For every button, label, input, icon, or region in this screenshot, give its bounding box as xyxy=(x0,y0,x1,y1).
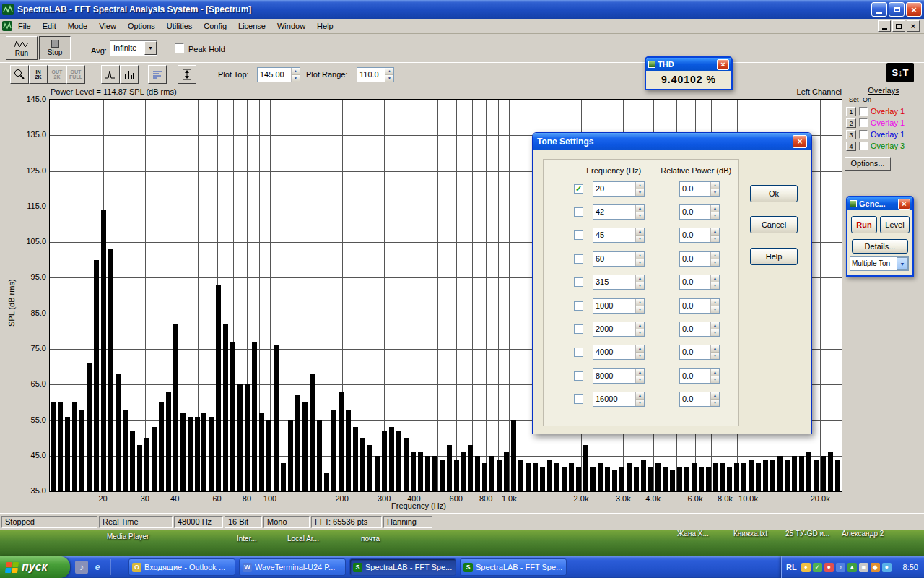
tone-frequency-input[interactable]: 2000▲▼ xyxy=(593,322,645,337)
stop-button[interactable]: Stop xyxy=(39,36,71,60)
generator-level-button[interactable]: Level xyxy=(880,216,910,233)
spin-up-button[interactable]: ▲ xyxy=(636,182,644,189)
help-button[interactable]: Help xyxy=(750,248,798,265)
plot-range-spinner[interactable]: 110.0 ▲▼ xyxy=(357,67,394,82)
clock[interactable]: 8:50 xyxy=(903,563,918,571)
tone-frequency-input-value[interactable]: 60 xyxy=(593,252,635,266)
tray-icon-7[interactable]: ◆ xyxy=(871,563,880,572)
overlays-title[interactable]: Overlays xyxy=(845,86,923,95)
plot-top-value[interactable]: 145.00 xyxy=(258,68,291,82)
menu-item-help[interactable]: Help xyxy=(311,20,339,33)
language-indicator[interactable]: RL xyxy=(786,563,797,571)
spin-up-button[interactable]: ▲ xyxy=(636,205,644,212)
tone-enable-checkbox[interactable] xyxy=(574,277,583,287)
tray-icon-8[interactable]: ● xyxy=(882,563,892,572)
tone-frequency-input-value[interactable]: 45 xyxy=(593,228,635,242)
tone-frequency-input-value[interactable]: 8000 xyxy=(593,369,635,383)
overlay-options-button[interactable]: Options... xyxy=(845,157,891,171)
tone-settings-close-button[interactable]: × xyxy=(793,135,807,148)
spin-down-button[interactable]: ▼ xyxy=(636,306,644,313)
tone-power-input[interactable]: 0.0▲▼ xyxy=(679,345,720,360)
spectrogram-button[interactable] xyxy=(148,65,167,84)
menu-item-license[interactable]: License xyxy=(232,20,271,33)
tone-power-input-value[interactable]: 0.0 xyxy=(680,252,710,266)
generator-run-button[interactable]: Run xyxy=(851,216,877,233)
tone-power-input[interactable]: 0.0▲▼ xyxy=(679,298,720,314)
zoom-in-2k-button[interactable]: IN 2K xyxy=(29,65,48,84)
tone-frequency-input[interactable]: 45▲▼ xyxy=(593,228,645,243)
chevron-down-icon[interactable]: ▼ xyxy=(144,41,157,55)
tone-settings-titlebar[interactable]: Tone Settings × xyxy=(533,133,811,150)
spin-down-button[interactable]: ▼ xyxy=(636,212,644,219)
tone-power-input-value[interactable]: 0.0 xyxy=(680,205,710,219)
mdi-minimize-button[interactable] xyxy=(878,20,891,32)
tone-enable-checkbox[interactable] xyxy=(574,324,583,334)
st-indicator-badge[interactable]: S↕T xyxy=(886,63,914,82)
fit-vertical-button[interactable] xyxy=(178,65,196,84)
tray-icon-4[interactable]: ♪ xyxy=(836,563,845,572)
spin-up-button[interactable]: ▲ xyxy=(711,252,719,259)
restore-button[interactable] xyxy=(889,2,905,17)
spin-up-button[interactable]: ▲ xyxy=(711,182,719,189)
task-button-4[interactable]: SSpectraLAB - FFT Spe... xyxy=(460,558,567,576)
tone-power-input-value[interactable]: 0.0 xyxy=(680,322,710,336)
menu-item-view[interactable]: View xyxy=(93,20,122,33)
generator-titlebar[interactable]: Gene... × xyxy=(847,197,912,210)
spin-up-button[interactable]: ▲ xyxy=(636,345,644,352)
spin-down-button[interactable]: ▼ xyxy=(292,74,300,82)
overlay-set-button-1[interactable]: 1 xyxy=(846,107,856,116)
spin-up-button[interactable]: ▲ xyxy=(636,392,644,399)
spin-up-button[interactable]: ▲ xyxy=(711,299,719,306)
tone-frequency-input-value[interactable]: 2000 xyxy=(593,322,635,336)
spin-up-button[interactable]: ▲ xyxy=(636,299,644,306)
minimize-button[interactable] xyxy=(871,2,887,17)
spin-down-button[interactable]: ▼ xyxy=(711,189,719,196)
tone-power-input-value[interactable]: 0.0 xyxy=(680,369,710,383)
spin-up-button[interactable]: ▲ xyxy=(385,68,393,74)
spin-up-button[interactable]: ▲ xyxy=(711,205,719,212)
spin-up-button[interactable]: ▲ xyxy=(636,275,644,282)
spin-down-button[interactable]: ▼ xyxy=(711,376,719,383)
spin-down-button[interactable]: ▼ xyxy=(711,235,719,242)
generator-details-button[interactable]: Details... xyxy=(852,239,908,254)
tone-power-input[interactable]: 0.0▲▼ xyxy=(679,322,720,337)
spin-down-button[interactable]: ▼ xyxy=(636,399,644,406)
tone-power-input[interactable]: 0.0▲▼ xyxy=(679,368,720,384)
spin-down-button[interactable]: ▼ xyxy=(636,235,644,242)
close-button[interactable]: × xyxy=(906,2,922,17)
tray-icon-1[interactable]: ♦ xyxy=(801,563,811,572)
tray-icon-2[interactable]: ✓ xyxy=(813,563,822,572)
overlay-set-button-3[interactable]: 3 xyxy=(846,130,856,139)
tone-frequency-input[interactable]: 8000▲▼ xyxy=(593,368,645,384)
tone-frequency-input[interactable]: 315▲▼ xyxy=(593,275,645,290)
spin-down-button[interactable]: ▼ xyxy=(636,282,644,289)
tone-frequency-input[interactable]: 42▲▼ xyxy=(593,204,645,220)
spin-down-button[interactable]: ▼ xyxy=(711,282,719,289)
overlay-on-checkbox-1[interactable] xyxy=(859,107,868,116)
tone-power-input[interactable]: 0.0▲▼ xyxy=(679,181,720,197)
plot-range-value[interactable]: 110.0 xyxy=(357,68,385,82)
tone-enable-checkbox[interactable] xyxy=(574,254,583,264)
spin-up-button[interactable]: ▲ xyxy=(636,369,644,376)
tone-power-input-value[interactable]: 0.0 xyxy=(680,182,710,196)
overlay-set-button-2[interactable]: 2 xyxy=(846,118,856,128)
spin-down-button[interactable]: ▼ xyxy=(711,399,719,406)
avg-dropdown[interactable]: Infinite ▼ xyxy=(110,40,157,56)
tone-power-input-value[interactable]: 0.0 xyxy=(680,299,710,313)
tone-frequency-input-value[interactable]: 315 xyxy=(593,275,635,289)
tone-enable-checkbox[interactable] xyxy=(574,207,583,217)
task-button-2[interactable]: WWaveTerminal-U24 P... xyxy=(239,558,346,576)
mdi-restore-button[interactable] xyxy=(892,20,905,32)
task-button-1[interactable]: OВходящие - Outlook ... xyxy=(128,558,235,576)
overlay-on-checkbox-4[interactable] xyxy=(859,142,868,150)
tone-power-input[interactable]: 0.0▲▼ xyxy=(679,204,720,220)
tone-frequency-input-value[interactable]: 20 xyxy=(593,182,635,196)
mdi-close-button[interactable]: × xyxy=(907,20,920,32)
spin-down-button[interactable]: ▼ xyxy=(636,352,644,359)
spin-up-button[interactable]: ▲ xyxy=(636,228,644,235)
tone-frequency-input-value[interactable]: 16000 xyxy=(593,392,635,406)
cancel-button[interactable]: Cancel xyxy=(750,216,798,233)
menu-item-file[interactable]: File xyxy=(12,20,37,33)
spin-up-button[interactable]: ▲ xyxy=(636,322,644,329)
spin-up-button[interactable]: ▲ xyxy=(711,275,719,282)
